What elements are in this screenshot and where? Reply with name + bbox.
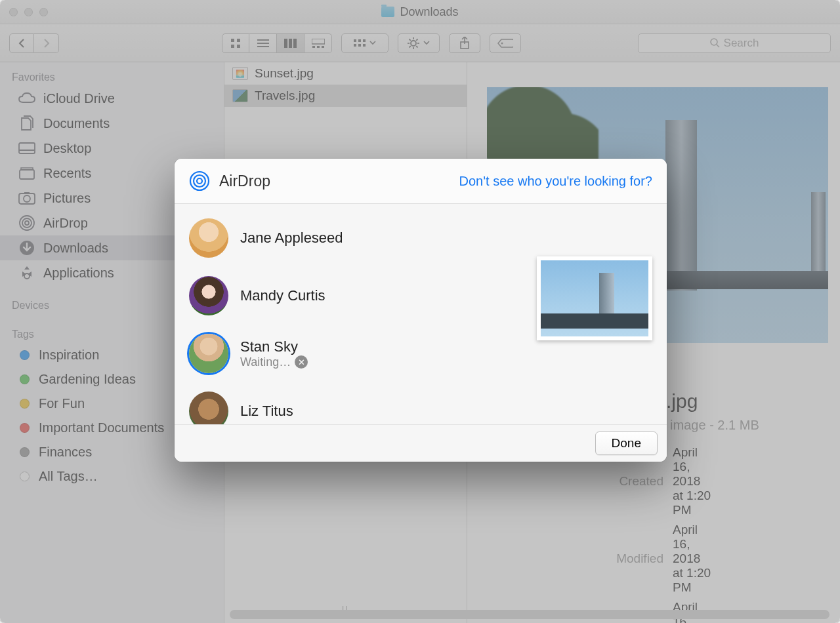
contact-name: Stan Sky <box>240 338 308 355</box>
avatar <box>189 392 228 424</box>
airdrop-contact[interactable]: Stan Sky Waiting… ✕ <box>185 325 461 382</box>
airdrop-title: AirDrop <box>219 172 270 190</box>
contact-name: Jane Appleseed <box>240 230 343 247</box>
svg-point-46 <box>197 178 202 184</box>
airdrop-header: AirDrop Don't see who you're looking for… <box>175 159 667 204</box>
cancel-send-button[interactable]: ✕ <box>295 355 308 369</box>
airdrop-contact[interactable]: Liz Titus <box>185 382 461 424</box>
avatar <box>189 218 228 258</box>
avatar <box>189 276 228 315</box>
airdrop-contact[interactable]: Mandy Curtis <box>185 267 461 325</box>
airdrop-icon <box>189 171 210 191</box>
finder-window: Downloads <box>0 0 840 623</box>
done-button[interactable]: Done <box>595 432 658 455</box>
airdrop-body: Jane Appleseed Mandy Curtis Stan Sky Wai… <box>175 204 667 424</box>
airdrop-sheet: AirDrop Don't see who you're looking for… <box>175 159 667 462</box>
svg-point-47 <box>194 175 205 187</box>
contact-status: Waiting… <box>240 355 291 369</box>
airdrop-contacts-list: Jane Appleseed Mandy Curtis Stan Sky Wai… <box>185 209 461 424</box>
airdrop-contact[interactable]: Jane Appleseed <box>185 209 461 267</box>
contact-name: Mandy Curtis <box>240 287 326 304</box>
airdrop-file-preview <box>537 256 652 340</box>
airdrop-footer: Done <box>175 424 667 462</box>
airdrop-help-link[interactable]: Don't see who you're looking for? <box>459 174 652 189</box>
avatar <box>189 334 228 373</box>
contact-name: Liz Titus <box>240 403 293 420</box>
